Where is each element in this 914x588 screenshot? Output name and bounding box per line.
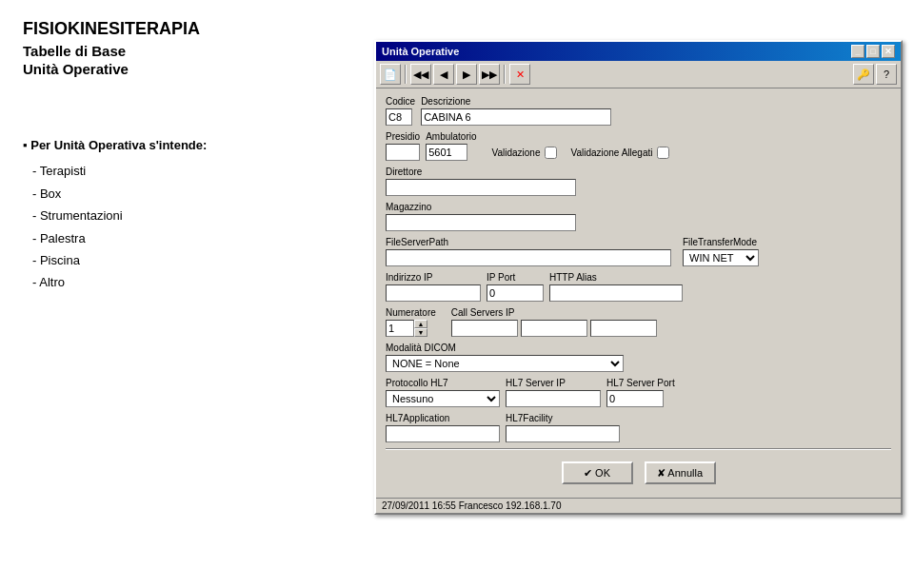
new-record-button[interactable]: 📄 xyxy=(380,64,401,85)
call-servers-ip-inputs xyxy=(451,320,657,337)
call-servers-ip-label: Call Servers IP xyxy=(451,307,657,318)
hl7application-group: HL7Application xyxy=(386,413,500,442)
delete-button[interactable]: ✕ xyxy=(509,64,530,85)
file-server-path-input[interactable] xyxy=(386,249,671,266)
http-alias-label: HTTP Alias xyxy=(549,272,683,283)
file-transfer-mode-label: FileTransferMode xyxy=(683,237,759,247)
magazzino-input[interactable] xyxy=(386,214,576,231)
toolbar: 📄 ◀◀ ◀ ▶ ▶▶ ✕ 🔑 ? xyxy=(376,61,901,88)
direttore-input[interactable] xyxy=(386,179,576,196)
indirizzo-ip-label: Indirizzo IP xyxy=(386,272,481,283)
indirizzo-ip-input[interactable] xyxy=(386,284,481,302)
numeratore-input[interactable] xyxy=(386,320,414,337)
toolbar-right: 🔑 ? xyxy=(853,64,897,85)
magazzino-row: Magazzino xyxy=(386,202,891,231)
close-button[interactable]: ✕ xyxy=(882,45,895,58)
hl7-server-port-input[interactable] xyxy=(606,390,664,407)
protocollo-hl7-select[interactable]: Nessuno xyxy=(386,390,500,407)
prev-record-button[interactable]: ◀ xyxy=(433,64,454,85)
validazione-allegati-group: Validazione Allegati xyxy=(570,147,671,161)
hl7app-row: HL7Application HL7Facility xyxy=(386,413,891,442)
help-button[interactable]: ? xyxy=(876,64,897,85)
button-row: ✔ OK ✘ Annulla xyxy=(386,454,891,490)
call-servers-ip-1[interactable] xyxy=(451,320,518,337)
ambulatorio-label: Ambulatorio xyxy=(426,131,476,142)
first-record-button[interactable]: ◀◀ xyxy=(410,64,431,85)
description-panel: ▪ Per Unità Operativa s'intende: Terapis… xyxy=(23,134,329,294)
protocollo-hl7-group: Protocollo HL7 Nessuno xyxy=(386,378,500,407)
validazione-allegati-checkbox[interactable] xyxy=(657,147,669,159)
list-item: Piscina xyxy=(32,249,329,271)
spin-up-button[interactable]: ▲ xyxy=(414,320,427,328)
codice-field-group: Codice xyxy=(386,96,415,126)
ok-button[interactable]: ✔ OK xyxy=(562,461,633,484)
ip-port-group: IP Port xyxy=(487,272,544,302)
ip-port-label: IP Port xyxy=(487,272,544,283)
maximize-button[interactable]: □ xyxy=(866,45,880,58)
descrizione-input[interactable] xyxy=(421,108,611,126)
direttore-row: Direttore xyxy=(386,167,891,196)
validazione-allegati-label: Validazione Allegati xyxy=(570,147,652,158)
ambulatorio-input[interactable] xyxy=(426,144,467,161)
codice-descrizione-row: Codice Descrizione xyxy=(386,96,891,126)
description-intro: ▪ Per Unità Operativa s'intende: xyxy=(23,134,329,156)
file-server-path-group: FileServerPath xyxy=(386,237,671,266)
indirizzo-ip-group: Indirizzo IP xyxy=(386,272,481,302)
file-server-path-label: FileServerPath xyxy=(386,237,671,247)
http-alias-input[interactable] xyxy=(549,284,683,302)
status-bar: 27/09/2011 16:55 Francesco 192.168.1.70 xyxy=(376,498,901,513)
dicom-row: Modalità DICOM NONE = None xyxy=(386,343,891,372)
call-servers-ip-group: Call Servers IP xyxy=(451,307,657,337)
key-button[interactable]: 🔑 xyxy=(853,64,874,85)
hl7application-input[interactable] xyxy=(386,425,500,442)
divider xyxy=(386,448,891,450)
descrizione-label: Descrizione xyxy=(421,96,611,107)
numeratore-label: Numeratore xyxy=(386,307,436,318)
title-bar-buttons: _ □ ✕ xyxy=(851,45,895,58)
call-servers-ip-2[interactable] xyxy=(521,320,587,337)
protocollo-hl7-label: Protocollo HL7 xyxy=(386,378,500,388)
dialog-window: Unità Operative _ □ ✕ 📄 ◀◀ ◀ ▶ ▶▶ ✕ 🔑 ? … xyxy=(374,40,903,515)
toolbar-separator2 xyxy=(504,65,506,84)
spin-down-button[interactable]: ▼ xyxy=(414,328,427,337)
hl7facility-group: HL7Facility xyxy=(506,413,620,442)
modalita-dicom-select[interactable]: NONE = None xyxy=(386,355,624,372)
title-bar: Unità Operative _ □ ✕ xyxy=(376,42,901,61)
file-transfer-mode-select[interactable]: WIN NET FTP NONE xyxy=(683,249,759,266)
validazione-label: Validazione xyxy=(492,147,541,158)
hl7-row: Protocollo HL7 Nessuno HL7 Server IP HL7… xyxy=(386,378,891,407)
main-title: FISIOKINESITERAPIA xyxy=(23,19,329,39)
hl7-server-ip-input[interactable] xyxy=(506,390,601,407)
next-record-button[interactable]: ▶ xyxy=(456,64,477,85)
validazione-checkbox[interactable] xyxy=(545,147,557,159)
modalita-dicom-label: Modalità DICOM xyxy=(386,343,624,353)
call-servers-ip-3[interactable] xyxy=(590,320,657,337)
toolbar-separator xyxy=(405,65,407,84)
subtitle1: Tabelle di Base xyxy=(23,43,329,59)
minimize-button[interactable]: _ xyxy=(851,45,864,58)
list-item: Terapisti xyxy=(32,160,329,182)
presidio-input[interactable] xyxy=(386,144,420,161)
presidio-label: Presidio xyxy=(386,131,420,142)
presidio-row: Presidio Ambulatorio Validazione Validaz… xyxy=(386,131,891,161)
status-text: 27/09/2011 16:55 Francesco 192.168.1.70 xyxy=(382,500,561,511)
numeratore-spinner: ▲ ▼ xyxy=(386,320,436,337)
hl7facility-input[interactable] xyxy=(506,425,620,442)
form-area: Codice Descrizione Presidio Ambulatorio … xyxy=(376,88,901,498)
codice-input[interactable] xyxy=(386,108,412,126)
codice-label: Codice xyxy=(386,96,415,107)
hl7-server-port-group: HL7 Server Port xyxy=(606,378,675,407)
magazzino-label: Magazzino xyxy=(386,202,576,212)
file-server-row: FileServerPath FileTransferMode WIN NET … xyxy=(386,237,891,266)
dicom-field-group: Modalità DICOM NONE = None xyxy=(386,343,624,372)
cancel-button[interactable]: ✘ Annulla xyxy=(645,461,716,484)
hl7-server-ip-label: HL7 Server IP xyxy=(506,378,601,388)
list-item: Box xyxy=(32,183,329,205)
validazione-group: Validazione xyxy=(492,147,560,161)
list-item: Altro xyxy=(32,271,329,293)
list-item: Palestra xyxy=(32,227,329,249)
hl7-server-port-label: HL7 Server Port xyxy=(606,378,675,388)
ip-port-input[interactable] xyxy=(487,284,544,302)
dialog-title: Unità Operative xyxy=(382,46,459,57)
last-record-button[interactable]: ▶▶ xyxy=(479,64,500,85)
